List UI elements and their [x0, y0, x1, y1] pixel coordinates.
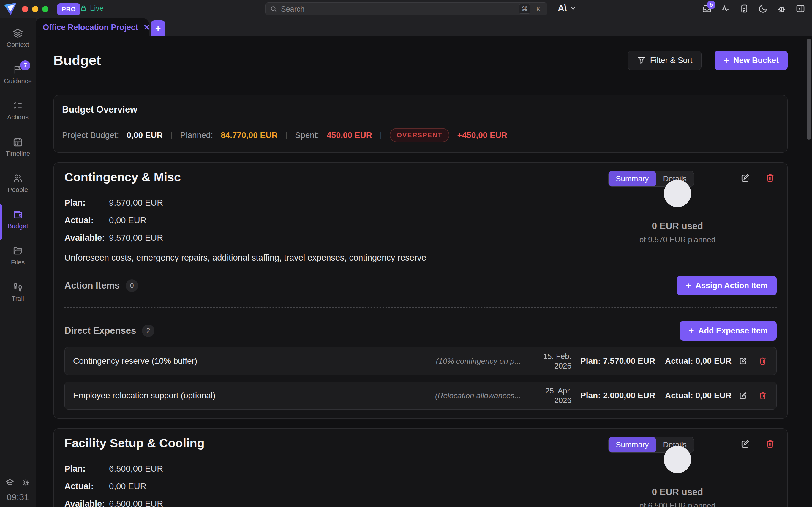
available-value: 6.500,00 EUR [109, 499, 163, 507]
divider: | [380, 131, 382, 140]
delete-bucket-button[interactable] [764, 171, 777, 184]
assign-action-item-label: Assign Action Item [695, 281, 768, 290]
tab-office-relocation-project[interactable]: Office Relocation Project ✕ [36, 18, 148, 36]
planned-amount: of 6.500 EUR planned [615, 501, 740, 507]
live-status: Live [80, 4, 104, 12]
expense-date: 15. Feb. 2026 [530, 351, 571, 371]
available-value: 9.570,00 EUR [109, 233, 163, 243]
plan-value: 9.570,00 EUR [109, 198, 163, 208]
panel-collapse-icon [795, 4, 806, 14]
trash-icon [758, 391, 767, 400]
guidance-count-badge: 7 [20, 60, 30, 70]
delete-expense-button[interactable] [757, 391, 768, 400]
spent-label: Spent: [295, 130, 319, 140]
direct-expenses-label: Direct Expenses [64, 325, 136, 336]
expense-row[interactable]: Contingency reserve (10% buffer) (10% co… [64, 347, 777, 375]
learn-icon[interactable] [5, 478, 14, 488]
plan-label: Plan: [64, 464, 109, 474]
planned-value: 84.770,00 EUR [221, 130, 277, 140]
plan-label: Plan: [64, 198, 109, 208]
sidebar-item-actions[interactable]: Actions [0, 101, 36, 121]
bucket-description: Unforeseen costs, emergency repairs, add… [64, 253, 777, 263]
delete-expense-button[interactable] [757, 356, 768, 366]
sidebar-item-label: Actions [7, 114, 28, 121]
tab-strip: Office Relocation Project ✕ + [36, 18, 812, 36]
building-icon [739, 4, 749, 14]
trash-icon [765, 173, 775, 183]
sidebar-item-label: Context [6, 41, 29, 49]
sidebar-item-context[interactable]: Context [0, 28, 36, 49]
actual-value: 0,00 EUR [109, 482, 163, 491]
search-input[interactable] [281, 5, 515, 13]
expense-note: (10% contingency on p... [417, 357, 521, 366]
search-bar[interactable]: ⌘ K [265, 2, 547, 15]
sidebar-item-people[interactable]: People [0, 173, 36, 194]
new-bucket-label: New Bucket [733, 56, 779, 65]
overview-title: Budget Overview [62, 104, 779, 115]
wallet-icon [12, 209, 23, 220]
usage-summary: 0 EUR used of 9.570 EUR planned [615, 180, 740, 244]
new-tab-button[interactable]: + [151, 20, 165, 36]
funnel-icon [637, 56, 646, 65]
anthropic-logo: A\ [558, 3, 567, 13]
edit-pencil-icon [740, 173, 751, 183]
inbox-button[interactable]: 5 [702, 4, 712, 14]
expense-name: Contingency reserve (10% buffer) [73, 356, 408, 366]
sidebar-item-guidance[interactable]: 7 Guidance [0, 64, 36, 85]
people-icon [12, 173, 23, 184]
search-icon [270, 5, 277, 13]
action-items-label: Action Items [64, 280, 120, 291]
sidebar-item-budget[interactable]: Budget [0, 209, 36, 230]
assign-action-item-button[interactable]: + Assign Action Item [677, 276, 777, 295]
edit-expense-button[interactable] [738, 356, 748, 366]
filter-sort-button[interactable]: Filter & Sort [628, 51, 702, 70]
layers-icon [12, 28, 23, 39]
bucket-stats: Plan: 9.570,00 EUR Actual: 0,00 EUR Avai… [64, 198, 163, 243]
dark-mode-button[interactable] [758, 4, 768, 14]
cmd-key-hint: ⌘ [519, 4, 530, 14]
sidebar-item-files[interactable]: Files [0, 245, 36, 266]
tab-close-icon[interactable]: ✕ [143, 23, 150, 32]
edit-bucket-button[interactable] [739, 438, 752, 451]
sidebar-item-timeline[interactable]: Timeline [0, 137, 36, 158]
scrollbar-thumb[interactable] [807, 39, 811, 140]
divider: | [286, 131, 288, 140]
trash-icon [765, 439, 775, 449]
new-bucket-button[interactable]: + New Bucket [714, 51, 788, 70]
expense-row[interactable]: Employee relocation support (optional) (… [64, 382, 777, 409]
usage-summary: 0 EUR used of 6.500 EUR planned [615, 446, 740, 507]
k-key-hint: K [534, 4, 543, 13]
collapse-panel-button[interactable] [795, 4, 806, 14]
divider: | [171, 131, 173, 140]
activity-button[interactable] [721, 4, 731, 14]
delete-bucket-button[interactable] [764, 438, 777, 451]
chevron-down-icon [570, 4, 577, 12]
settings-gear-icon[interactable] [21, 478, 30, 488]
active-indicator [0, 205, 2, 239]
edit-bucket-button[interactable] [739, 171, 752, 184]
budget-overview-card: Budget Overview Project Budget: 0,00 EUR… [54, 95, 788, 153]
edit-expense-button[interactable] [738, 391, 748, 400]
direct-expenses-count: 2 [142, 325, 154, 337]
divider-dashed [64, 307, 777, 308]
expense-plan: Plan: 2.000,00 EUR [580, 391, 656, 400]
sidebar-item-label: People [8, 186, 28, 194]
traffic-light-close[interactable] [22, 6, 28, 12]
usage-donut-chart [664, 446, 691, 473]
plus-icon: + [688, 326, 694, 336]
planned-label: Planned: [180, 130, 213, 140]
bug-icon [777, 4, 787, 14]
add-expense-item-button[interactable]: + Add Expense Item [680, 321, 777, 341]
project-budget-label: Project Budget: [62, 130, 119, 140]
model-selector[interactable]: A\ [558, 3, 577, 13]
sidebar-item-trail[interactable]: Trail [0, 282, 36, 302]
bucket-title: Facility Setup & Cooling [64, 436, 608, 450]
organization-button[interactable] [739, 4, 749, 14]
traffic-light-minimize[interactable] [32, 6, 38, 12]
edit-pencil-icon [738, 391, 748, 400]
debug-button[interactable] [777, 4, 787, 14]
used-amount: 0 EUR used [615, 487, 740, 498]
traffic-light-zoom[interactable] [42, 6, 48, 12]
action-items-count: 0 [126, 279, 138, 292]
calendar-icon [12, 137, 23, 148]
